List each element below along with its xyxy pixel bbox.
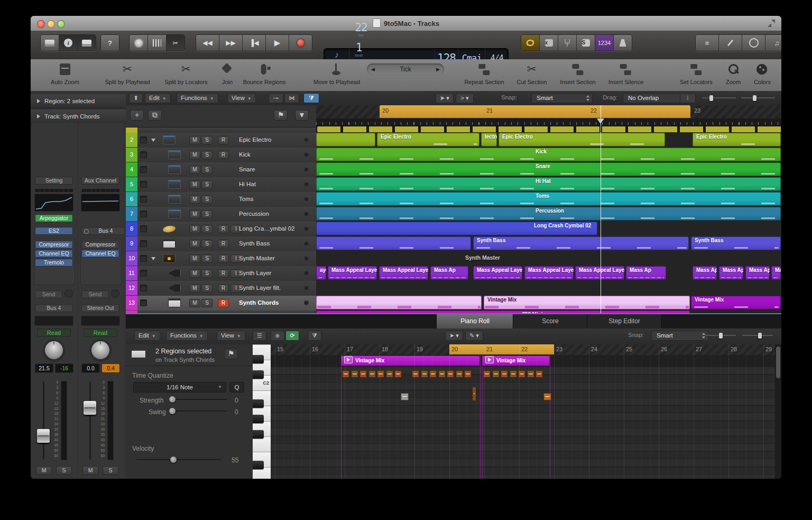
region-lane-9[interactable]: Synth BassSynth Bass (316, 236, 781, 251)
send-knob[interactable] (111, 289, 119, 298)
region-lane-2[interactable]: Epic ElectrolectroEpic ElectroEpic Elect… (316, 132, 781, 148)
region-lane-13[interactable]: Vintage MixVintage Mix (316, 295, 781, 311)
track-power-button[interactable] (304, 182, 309, 187)
strip-mute-button[interactable]: M (36, 466, 52, 475)
region-snare[interactable]: Snare (316, 162, 781, 176)
piano-roll-ruler[interactable]: 151617181920212223242526272829 (271, 344, 775, 355)
record-button[interactable] (289, 35, 312, 51)
region-lane-12[interactable] (316, 280, 781, 296)
track-record-button[interactable]: R (218, 136, 229, 144)
tuner-button[interactable] (558, 35, 577, 51)
menu-edit[interactable]: Edit▼ (145, 93, 171, 103)
track-checkbox[interactable] (140, 240, 147, 247)
toolbar-item-cut-section[interactable]: ✂Cut Section (517, 62, 547, 85)
catch-playhead-button[interactable]: ⟳ (285, 331, 299, 341)
secondary-tool-button[interactable]: > ▾ (456, 93, 474, 103)
drag-select[interactable]: No Overlap (623, 93, 688, 103)
pan-value[interactable]: 0.4 (102, 364, 119, 372)
automation-mode-button[interactable]: Read (37, 329, 71, 337)
piano-roll-grid[interactable]: 151617181920212223242526272829 Vintage M… (271, 344, 775, 479)
audio-fx-slot[interactable]: Compressor (81, 241, 119, 249)
mixer-button[interactable] (148, 35, 167, 51)
toolbar-item-move-to-playhead[interactable]: Move to Playhead (313, 62, 360, 85)
duplicate-track-button[interactable]: ⧉ (148, 110, 162, 121)
eq-thumbnail[interactable] (81, 194, 119, 211)
region-lane-4[interactable]: Snare (316, 162, 781, 177)
pan-knob[interactable] (91, 341, 109, 359)
region[interactable] (316, 133, 375, 147)
output-slot[interactable]: Bus 4 (35, 304, 73, 312)
track-row-synth-layer[interactable]: 11MSRISynth Layer (126, 266, 316, 281)
black-key[interactable] (253, 430, 264, 439)
track-solo-button[interactable]: S (201, 254, 213, 263)
midi-note[interactable] (401, 393, 409, 400)
black-key[interactable] (253, 461, 264, 469)
track-solo-button[interactable]: S (201, 210, 213, 218)
velocity-slider[interactable] (136, 457, 221, 463)
toolbar-item-insert-section[interactable]: Insert Section (560, 62, 595, 85)
toolbar-toggle-button[interactable] (78, 35, 96, 51)
tab-piano-roll[interactable]: Piano Roll (436, 314, 514, 329)
track-mute-button[interactable]: M (189, 195, 200, 204)
region-mass-ap[interactable]: Mass Ap (719, 266, 743, 280)
strip-mute-button[interactable]: M (82, 466, 98, 475)
toolbar-item-repeat-section[interactable]: Repeat Section (464, 62, 504, 85)
track-power-button[interactable] (304, 256, 309, 261)
track-solo-button[interactable]: S (201, 151, 213, 159)
region-inspector-header[interactable]: Region: 2 selected (31, 94, 126, 108)
menu-view[interactable]: View▼ (227, 93, 256, 103)
region[interactable] (316, 296, 482, 309)
editor-filter-button[interactable]: ⧩ (308, 331, 321, 341)
track-row-long-cra-ymbal-02[interactable]: 8MSRILong Cra…ymbal 02 (126, 222, 316, 237)
forward-button[interactable]: ▶▶ (219, 35, 243, 51)
apple-loops-button[interactable] (742, 35, 765, 51)
track-mute-button[interactable]: M (189, 269, 200, 278)
toolbar-item-bounce-regions[interactable]: Bounce Regions (243, 62, 286, 85)
track-solo-button[interactable]: S (201, 180, 213, 189)
smart-controls-button[interactable] (130, 35, 148, 51)
stop-button[interactable]: ▐◀ (243, 35, 266, 51)
track-record-button[interactable]: R (218, 254, 229, 263)
region-lane-11[interactable]: ayeMass Appeal LayeMass Appeal LayeMass … (316, 266, 781, 281)
cycle-button[interactable] (521, 35, 540, 51)
audio-fx-slot[interactable]: Tremolo (35, 259, 73, 267)
track-power-button[interactable] (304, 212, 309, 216)
region-epic-electro[interactable]: Epic Electro (693, 133, 781, 147)
track-checkbox[interactable] (140, 151, 147, 158)
volume-value[interactable]: 0.0 (82, 364, 99, 372)
region-lane-3[interactable]: Kick (316, 147, 781, 162)
track-mute-button[interactable]: M (189, 240, 200, 248)
track-mute-button[interactable]: M (189, 284, 200, 293)
audio-fx-slot[interactable]: Channel EQ (35, 250, 73, 258)
cycle-range[interactable] (380, 105, 690, 118)
rewind-button[interactable]: ◀◀ (196, 35, 219, 51)
black-key[interactable] (253, 370, 264, 379)
strip-setting-button[interactable]: Aux Channel (81, 177, 119, 185)
track-power-button[interactable] (304, 300, 309, 305)
snap-select[interactable]: Smart (531, 93, 593, 103)
region-synth-bass[interactable]: Synth Bass (691, 236, 781, 250)
black-key[interactable] (253, 355, 264, 363)
track-row-hi-hat[interactable]: 5MSHi Hat (126, 177, 316, 193)
region-mass-ap[interactable]: Mass Ap (626, 266, 666, 280)
inspector-button[interactable]: i (59, 35, 78, 51)
region-mass-ap[interactable]: Mass Ap (693, 266, 717, 280)
pan-knob[interactable] (45, 341, 63, 359)
track-row-synth-bass[interactable]: 9MSRSynth Bass (126, 236, 316, 252)
track-power-button[interactable] (304, 197, 309, 202)
region-lane-6[interactable]: Toms (316, 191, 781, 207)
track-solo-button[interactable]: S (201, 136, 213, 144)
count-in-button[interactable]: 1234 (595, 35, 614, 51)
toolbar-item-nudge-value[interactable]: ◀Tick▶ (367, 62, 444, 77)
toolbar-item-zoom[interactable]: Zoom (725, 62, 741, 85)
hierarchy-up-button[interactable]: ⬆ (129, 93, 143, 103)
track-mute-button[interactable]: M (189, 225, 200, 233)
track-record-button[interactable]: R (218, 269, 229, 278)
editor-pointer-tool-button[interactable]: ➤ ▾ (445, 331, 463, 341)
track-record-button[interactable]: R (218, 151, 229, 159)
strip-solo-button[interactable]: S (103, 466, 118, 475)
nudge-back-icon[interactable]: ◀ (371, 67, 375, 72)
region-play-icon[interactable] (344, 356, 353, 363)
track-row-percussion[interactable]: 7MSPercussion (126, 207, 316, 222)
toolbar-item-insert-silence[interactable]: Insert Silence (608, 62, 644, 85)
